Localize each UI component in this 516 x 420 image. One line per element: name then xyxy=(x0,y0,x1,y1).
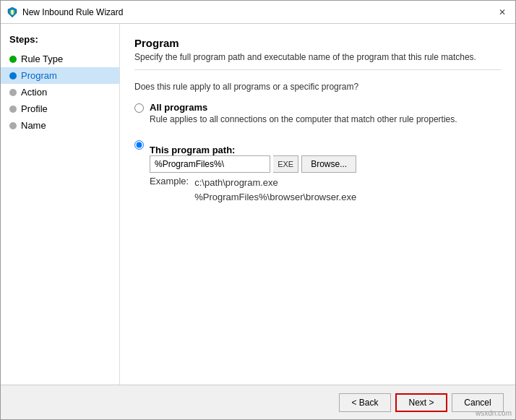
step-dot-action xyxy=(9,89,17,96)
option-all-label[interactable]: All programs xyxy=(150,102,207,113)
option-path-row: This program path: EXE Browse... Example… xyxy=(134,139,501,204)
steps-heading: Steps: xyxy=(1,31,119,51)
title-bar-left: New Inbound Rule Wizard xyxy=(7,7,123,18)
window-title: New Inbound Rule Wizard xyxy=(22,7,123,17)
program-path-input[interactable] xyxy=(150,155,270,173)
panel-subtitle: Specify the full program path and execut… xyxy=(134,52,501,70)
step-dot-program xyxy=(9,72,17,80)
content-area: Steps: Rule Type Program Action Profile … xyxy=(1,24,515,385)
radio-all-programs[interactable] xyxy=(134,103,144,113)
example-row: Example: c:\path\program.exe %ProgramFil… xyxy=(150,176,356,204)
sidebar-label-profile: Profile xyxy=(21,103,48,114)
example-path-1: c:\path\program.exe xyxy=(194,177,278,188)
option-all-programs-row: All programs Rule applies to all connect… xyxy=(134,102,501,124)
sidebar-item-action[interactable]: Action xyxy=(1,84,119,100)
example-path-2: %ProgramFiles%\browser\browser.exe xyxy=(194,192,356,202)
close-button[interactable]: ✕ xyxy=(495,5,509,20)
option-all-content: All programs Rule applies to all connect… xyxy=(150,102,457,124)
sidebar: Steps: Rule Type Program Action Profile … xyxy=(1,24,120,385)
path-input-row: EXE Browse... xyxy=(150,155,356,173)
step-dot-rule-type xyxy=(9,56,17,63)
radio-this-program[interactable] xyxy=(134,140,144,150)
svg-rect-3 xyxy=(12,10,14,12)
question-text: Does this rule apply to all programs or … xyxy=(134,82,501,92)
example-paths: c:\path\program.exe %ProgramFiles%\brows… xyxy=(194,176,356,204)
next-button[interactable]: Next > xyxy=(395,393,447,412)
back-button[interactable]: < Back xyxy=(339,393,391,412)
sidebar-label-name: Name xyxy=(21,120,46,131)
step-dot-profile xyxy=(9,106,17,113)
wizard-footer: < Back Next > Cancel xyxy=(1,385,515,419)
option-path-label[interactable]: This program path: xyxy=(150,145,235,155)
sidebar-item-profile[interactable]: Profile xyxy=(1,100,119,117)
title-bar: New Inbound Rule Wizard ✕ xyxy=(1,1,515,24)
wizard-window: New Inbound Rule Wizard ✕ Steps: Rule Ty… xyxy=(0,0,516,420)
panel-title: Program xyxy=(134,37,501,49)
option-all-desc: Rule applies to all connections on the c… xyxy=(150,114,457,124)
sidebar-item-name[interactable]: Name xyxy=(1,117,119,134)
example-label: Example: xyxy=(150,176,189,204)
step-dot-name xyxy=(9,122,17,129)
sidebar-label-action: Action xyxy=(21,87,47,98)
main-panel: Program Specify the full program path an… xyxy=(120,24,515,385)
this-program-section: This program path: EXE Browse... Example… xyxy=(150,145,356,204)
watermark: wsxdn.com xyxy=(476,409,512,417)
browse-button[interactable]: Browse... xyxy=(301,155,356,173)
shield-icon xyxy=(7,7,18,18)
sidebar-item-program[interactable]: Program xyxy=(1,67,119,84)
sidebar-item-rule-type[interactable]: Rule Type xyxy=(1,51,119,67)
sidebar-label-program: Program xyxy=(21,70,57,81)
sidebar-label-rule-type: Rule Type xyxy=(21,53,63,64)
exe-suffix-label: EXE xyxy=(273,155,298,173)
